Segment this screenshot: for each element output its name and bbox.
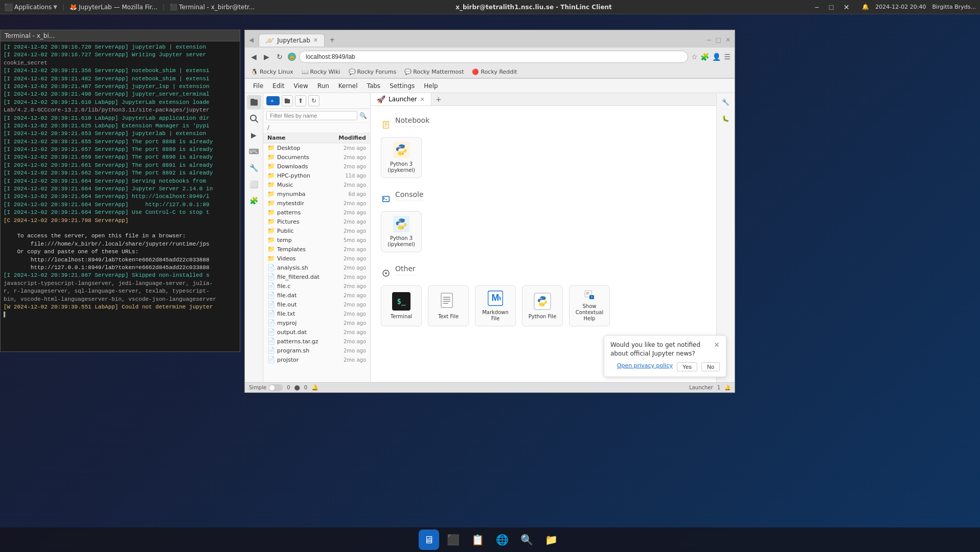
topbar-close-btn[interactable]: ✕ xyxy=(841,3,852,11)
taskbar-search-icon[interactable]: 🔍 xyxy=(517,529,537,550)
list-item[interactable]: 📁 Videos 2mo ago xyxy=(263,254,370,263)
list-item[interactable]: 📁 Desktop 2mo ago xyxy=(263,143,370,152)
list-item[interactable]: 📁 HPC-python 11d ago xyxy=(263,171,370,180)
menu-help[interactable]: Help xyxy=(420,81,442,91)
list-item[interactable]: 📄 file.txt 2mo ago xyxy=(263,309,370,318)
menu-edit[interactable]: Edit xyxy=(268,81,288,91)
extensions-icon[interactable]: 🧩 xyxy=(700,53,709,61)
list-item[interactable]: 📄 program.sh 2mo ago xyxy=(263,346,370,355)
topbar-minimize-btn[interactable]: − xyxy=(813,3,821,11)
list-item[interactable]: 📄 analysis.sh 2mo ago xyxy=(263,263,370,272)
menu-settings[interactable]: Settings xyxy=(385,81,419,91)
profile-icon[interactable]: 👤 xyxy=(712,53,721,61)
list-item[interactable]: 📁 Pictures 2mo ago xyxy=(263,217,370,226)
list-item[interactable]: 📁 Music 2mo ago xyxy=(263,180,370,189)
sidebar-files-icon[interactable] xyxy=(247,95,261,109)
list-item[interactable]: 📄 file_filtered.dat 2mo ago xyxy=(263,272,370,281)
sidebar-property-inspector-icon[interactable]: 🔧 xyxy=(247,161,261,175)
sidebar-extension-icon[interactable]: 🧩 xyxy=(247,193,261,208)
topbar-maximize-btn[interactable]: □ xyxy=(827,3,835,11)
launcher-text-file[interactable]: Text File xyxy=(428,285,469,326)
sidebar-commands-icon[interactable]: ⌨ xyxy=(247,144,261,159)
file-search-input[interactable] xyxy=(266,111,357,120)
bookmark-rocky-wiki[interactable]: 📖 Rocky Wiki xyxy=(300,68,343,76)
taskbar-folder-icon[interactable]: 📁 xyxy=(541,529,562,550)
browser-window-minimize[interactable]: − xyxy=(706,36,712,43)
open-privacy-policy-link[interactable]: Open privacy policy xyxy=(617,362,673,371)
bookmark-rocky-reddit[interactable]: 🔴 Rocky Reddit xyxy=(470,68,519,76)
list-item[interactable]: 📁 Templates 2mo ago xyxy=(263,245,370,254)
right-sidebar-debug-btn[interactable]: 🐛 xyxy=(719,112,733,126)
list-item[interactable]: 📁 mynumba 6d ago xyxy=(263,189,370,198)
notification-close-btn[interactable]: ✕ xyxy=(714,341,720,349)
toggle-track[interactable] xyxy=(268,384,283,391)
browser-tab-jupyter[interactable]: 🪐 JupyterLab ✕ xyxy=(259,34,325,47)
taskbar-notes-icon[interactable]: 📋 xyxy=(468,529,488,550)
list-item[interactable]: 📄 projstor 2mo ago xyxy=(263,355,370,364)
menu-icon[interactable]: ☰ xyxy=(724,53,731,61)
list-item[interactable]: 📁 Documents 2mo ago xyxy=(263,152,370,162)
statusbar-notification-icon[interactable]: 🔔 xyxy=(724,385,731,390)
menu-file[interactable]: File xyxy=(249,81,267,91)
taskbar-terminal-icon[interactable]: ⬛ xyxy=(443,529,464,550)
menu-kernel[interactable]: Kernel xyxy=(334,81,362,91)
taskbar-files-icon[interactable]: 🖥 xyxy=(419,529,439,550)
list-item[interactable]: 📁 patterns 2mo ago xyxy=(263,208,370,217)
terminal-content[interactable]: [I 2024-12-02 20:39:16.720 ServerApp] ju… xyxy=(1,41,240,351)
launcher-console-python3[interactable]: Python 3 (ipykernel) xyxy=(381,211,422,252)
tab-launcher-close[interactable]: ✕ xyxy=(420,96,425,103)
menu-tabs[interactable]: Tabs xyxy=(363,81,385,91)
notification-yes-btn[interactable]: Yes xyxy=(677,362,697,371)
applications-menu[interactable]: ⬛ Applications ▼ xyxy=(4,3,57,11)
nav-refresh-btn[interactable]: ↻ xyxy=(275,52,285,62)
nav-back-btn[interactable]: ◀ xyxy=(249,52,259,62)
new-folder-btn[interactable] xyxy=(282,95,293,106)
simple-mode-toggle[interactable]: Simple xyxy=(249,384,283,391)
list-item[interactable]: 📄 patterns.tar.gz 2mo ago xyxy=(263,337,370,346)
menu-run[interactable]: Run xyxy=(313,81,333,91)
url-bar[interactable] xyxy=(299,51,688,63)
browser-back-page-btn[interactable]: ◀ xyxy=(249,36,254,43)
notification-no-btn[interactable]: No xyxy=(701,362,720,371)
right-sidebar-property-btn[interactable]: 🔧 xyxy=(719,95,733,109)
refresh-file-btn[interactable]: ↻ xyxy=(308,95,320,106)
menu-view[interactable]: View xyxy=(289,81,312,91)
sidebar-run-icon[interactable]: ▶ xyxy=(247,128,261,142)
bookmark-rocky-linux[interactable]: 🐧 Rocky Linux xyxy=(249,68,295,76)
launcher-python-file[interactable]: Python File xyxy=(522,285,563,326)
bookmark-rocky-mattermost[interactable]: 💬 Rocky Mattermost xyxy=(402,68,466,76)
list-item[interactable]: 📁 Downloads 2mo ago xyxy=(263,162,370,171)
launcher-notebook-python3[interactable]: Python 3 (ipykernel) xyxy=(381,137,422,178)
list-item[interactable]: 📄 myproj 2mo ago xyxy=(263,318,370,327)
new-file-btn[interactable]: + xyxy=(266,96,280,105)
sidebar-tabs-icon[interactable]: ⬜ xyxy=(247,177,261,191)
statusbar-bell-icon[interactable]: 🔔 xyxy=(311,384,318,391)
launcher-markdown-file[interactable]: M Markdown File xyxy=(475,285,516,326)
topbar-browser-label[interactable]: 🦊 JupyterLab — Mozilla Fir... xyxy=(70,4,157,11)
bookmark-rocky-forums[interactable]: 💬 Rocky Forums xyxy=(347,68,399,76)
list-item[interactable]: 📁 mytestdir 2mo ago xyxy=(263,198,370,208)
taskbar-browser-icon[interactable]: 🌐 xyxy=(492,529,513,550)
new-tab-btn[interactable]: + xyxy=(327,34,337,46)
sidebar-search-icon[interactable] xyxy=(247,112,261,126)
browser-window-maximize[interactable]: □ xyxy=(716,36,721,43)
column-modified-header[interactable]: Modified xyxy=(333,135,366,141)
list-item[interactable]: 📁 Public 2mo ago xyxy=(263,226,370,235)
topbar-terminal-label[interactable]: ⬛ Terminal - x_birbr@tetr... xyxy=(170,4,255,11)
bookmark-star-icon[interactable]: ☆ xyxy=(691,53,698,61)
folder-icon: 📁 xyxy=(267,255,275,262)
tab-close-btn[interactable]: ✕ xyxy=(313,37,318,43)
add-tab-btn[interactable]: + xyxy=(431,93,446,105)
list-item[interactable]: 📄 file.out 2mo ago xyxy=(263,300,370,309)
upload-btn[interactable]: ⬆ xyxy=(295,95,306,106)
list-item[interactable]: 📄 output.dat 2mo ago xyxy=(263,327,370,337)
tab-launcher[interactable]: 🚀 Launcher ✕ xyxy=(371,93,431,105)
browser-window-close[interactable]: ✕ xyxy=(725,36,731,43)
list-item[interactable]: 📁 temp 5mo ago xyxy=(263,235,370,245)
launcher-contextual-help[interactable]: ? Show Contextual Help xyxy=(569,285,610,326)
nav-forward-btn[interactable]: ▶ xyxy=(262,52,271,62)
column-name-header[interactable]: Name xyxy=(267,135,333,141)
list-item[interactable]: 📄 file.c 2mo ago xyxy=(263,281,370,291)
launcher-terminal[interactable]: $_ Terminal xyxy=(381,285,422,326)
list-item[interactable]: 📄 file.dat 2mo ago xyxy=(263,291,370,300)
